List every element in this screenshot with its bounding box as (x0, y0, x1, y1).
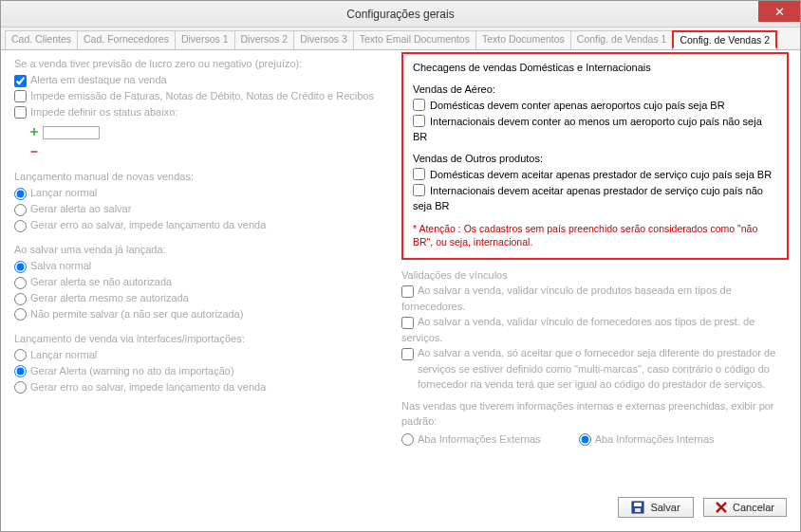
validacoes-heading: Validações de vínculos (401, 267, 789, 284)
chk-outros-internacionais[interactable] (413, 184, 425, 196)
save-button[interactable]: Salvar (618, 497, 694, 518)
tab-diversos-2[interactable]: Diversos 2 (234, 30, 295, 49)
cancel-button-label: Cancelar (733, 502, 774, 513)
lbl-alerta-destaque: Alerta em destaque na venda (30, 74, 167, 85)
rad-info-internas[interactable] (579, 433, 591, 446)
rad-info-externas[interactable] (401, 433, 414, 446)
content-area: Se a venda tiver previsão de lucro zero … (1, 50, 800, 493)
rad-g2b[interactable] (14, 277, 27, 289)
lbl-aereo-internacionais: Internacionais devem conter ao menos um … (413, 116, 762, 143)
close-icon: ✕ (774, 5, 785, 19)
left-heading-1: Se a venda tiver previsão de lucro zero … (14, 57, 394, 72)
lbl-g3c: Gerar erro ao salvar, impede lançamento … (30, 381, 266, 393)
lbl-g2c: Gerar alerta mesmo se autorizada (30, 292, 189, 303)
chk-aereo-domesticas-row: Domésticas devem conter apenas aeroporto… (413, 98, 777, 114)
lbl-g3b: Gerar Alerta (warning no ato da importaç… (30, 365, 234, 376)
tab-config-vendas-2[interactable]: Config. de Vendas 2 (672, 30, 777, 49)
status-input[interactable] (43, 126, 100, 139)
rad-g3c[interactable] (14, 381, 27, 394)
tab-cad-clientes[interactable]: Cad. Clientes (5, 30, 78, 49)
rad-g3a[interactable] (14, 349, 27, 361)
cancel-button[interactable]: Cancelar (703, 498, 787, 517)
lbl-g1c: Gerar erro ao salvar, impede lançamento … (30, 219, 266, 230)
group-interfaces-heading: Lançamento de venda via interfaces/impor… (14, 332, 394, 347)
rad-g2d[interactable] (14, 308, 27, 321)
chk-aereo-domesticas[interactable] (413, 99, 425, 111)
lbl-aereo-domesticas: Domésticas devem conter apenas aeroporto… (430, 100, 725, 111)
lbl-g3a: Lançar normal (30, 349, 97, 360)
rad-g1c[interactable] (14, 220, 27, 232)
svg-rect-2 (635, 508, 641, 512)
lbl-vinc-1: Ao salvar a venda, validar vínculo de pr… (401, 284, 732, 312)
highlighted-checagens-box: Checagens de vendas Domésticas e Interna… (401, 52, 789, 260)
rad-g1a[interactable] (14, 188, 27, 200)
svg-rect-1 (634, 503, 642, 506)
lbl-outros-domesticas: Domésticas devem aceitar apenas prestado… (430, 169, 772, 180)
outros-heading: Vendas de Outros produtos: (413, 151, 777, 167)
lbl-info-externas: Aba Informações Externas (418, 433, 541, 445)
chk-vinc-2[interactable] (401, 317, 414, 329)
tab-texto-documentos[interactable]: Texto Documentos (475, 30, 571, 49)
lbl-impede-status: Impede definir os status abaixo: (30, 106, 177, 118)
window-title: Configurações gerais (346, 8, 454, 21)
save-icon (631, 501, 644, 514)
chk-impede-emissao[interactable] (14, 90, 27, 102)
lbl-outros-internacionais: Internacionais devem aceitar apenas pres… (413, 185, 763, 212)
lbl-vinc-3: Ao salvar a venda, só aceitar que o forn… (418, 345, 789, 393)
lbl-g2b: Gerar alerta se não autorizada (30, 276, 172, 287)
rad-g3b[interactable] (14, 365, 27, 377)
lbl-g2a: Salva normal (30, 260, 91, 271)
chk-vinc-1[interactable] (401, 285, 414, 298)
aereo-heading: Vendas de Aéreo: (413, 82, 777, 98)
close-button[interactable]: ✕ (758, 1, 800, 22)
titlebar: Configurações gerais ✕ (1, 1, 800, 28)
chk-aereo-internacionais[interactable] (413, 115, 425, 127)
chk-outros-domesticas[interactable] (413, 168, 425, 180)
lbl-g1a: Lançar normal (30, 187, 97, 198)
tab-cad-fornecedores[interactable]: Cad. Fornecedores (77, 30, 176, 49)
lbl-g2d: Não permite salvar (a não ser que autori… (30, 308, 243, 320)
tab-diversos-3[interactable]: Diversos 3 (293, 30, 354, 49)
lbl-g1b: Gerar alerta ao salvar (30, 203, 131, 214)
lbl-info-internas: Aba Informações Internas (595, 433, 715, 445)
chk-vinc-3[interactable] (401, 348, 414, 360)
lbl-vinc-2: Ao salvar a venda, validar vínculo de fo… (401, 316, 754, 343)
right-column: Checagens de vendas Domésticas e Interna… (401, 52, 789, 447)
below-box: Validações de vínculos Ao salvar a venda… (401, 267, 789, 448)
cancel-icon (716, 502, 727, 513)
minus-icon[interactable]: － (28, 143, 41, 158)
plus-icon[interactable]: ＋ (28, 123, 41, 138)
attention-text: * Atenção : Os cadastros sem país preenc… (413, 222, 777, 248)
group-salvar-heading: Ao salvar uma venda já lançada: (14, 243, 394, 258)
rad-g1b[interactable] (14, 204, 27, 216)
tab-config-vendas-1[interactable]: Config. de Vendas 1 (570, 30, 674, 49)
lbl-impede-emissao: Impede emissão de Faturas, Notas de Débi… (30, 90, 374, 101)
chk-impede-status[interactable] (14, 106, 27, 119)
box-heading: Checagens de vendas Domésticas e Interna… (413, 60, 777, 76)
rad-g2c[interactable] (14, 293, 27, 305)
group-lanc-manual-heading: Lançamento manual de novas vendas: (14, 170, 394, 185)
tab-texto-email-documentos[interactable]: Texto Email Documentos (353, 30, 476, 49)
chk-alerta-destaque[interactable] (14, 75, 27, 87)
tab-diversos-1[interactable]: Diversos 1 (175, 30, 235, 49)
chk-outros-domesticas-row: Domésticas devem aceitar apenas prestado… (413, 167, 777, 183)
left-column: Se a venda tiver previsão de lucro zero … (14, 56, 394, 396)
rad-g2a[interactable] (14, 261, 27, 273)
save-button-label: Salvar (650, 502, 680, 513)
info-padrao-heading: Nas vendas que tiverem informações inter… (401, 398, 789, 430)
chk-aereo-internacionais-row: Internacionais devem conter ao menos um … (413, 114, 777, 145)
footer: Salvar Cancelar (1, 491, 800, 531)
tab-strip: Cad. Clientes Cad. Fornecedores Diversos… (1, 28, 800, 50)
chk-outros-internacionais-row: Internacionais devem aceitar apenas pres… (413, 183, 777, 214)
